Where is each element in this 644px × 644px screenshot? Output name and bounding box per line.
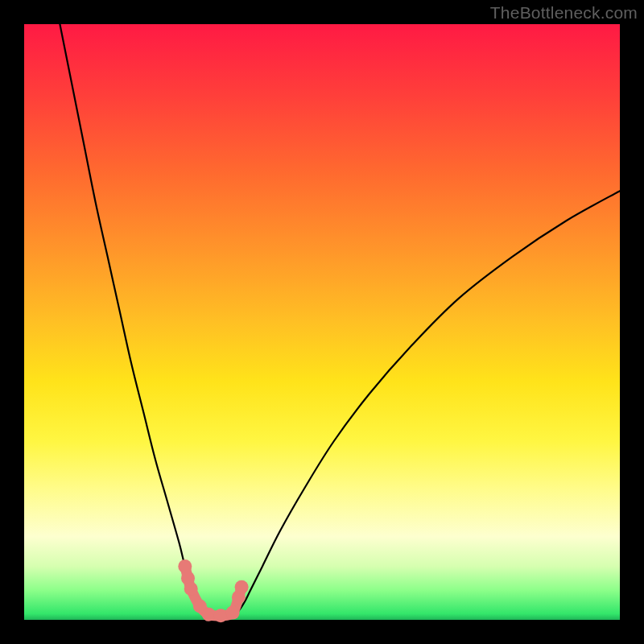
marker-dot [178, 559, 192, 573]
marker-dot [235, 580, 249, 594]
chart-stage: TheBottleneck.com [0, 0, 644, 644]
curve-left-branch [60, 24, 208, 616]
watermark-text: TheBottleneck.com [490, 3, 638, 23]
marker-dot [184, 582, 198, 596]
marker-dot [214, 609, 228, 622]
curve-right-branch [233, 191, 620, 616]
marker-dot [226, 606, 240, 620]
marker-dot [202, 608, 216, 621]
plot-area [24, 24, 620, 620]
chart-svg [24, 24, 620, 620]
marker-dots-group [178, 559, 248, 622]
